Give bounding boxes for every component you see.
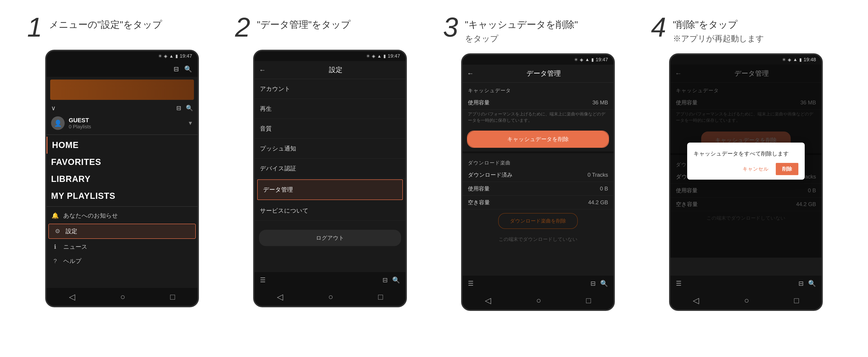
wifi-icon: ▲ — [169, 54, 174, 59]
cache-usage-row: 使用容量 36 MB — [463, 96, 614, 109]
search-icon[interactable]: 🔍 — [184, 65, 192, 73]
settings-item-data-highlighted[interactable]: データ管理 — [257, 180, 403, 200]
step-4-header: 4 "削除"をタップ ※アプリが再起動します — [651, 13, 841, 44]
clear-cache-button-wrapper[interactable]: キャッシュデータを削除 — [467, 131, 609, 148]
status-time: 19:47 — [180, 53, 192, 59]
screen3-content: ← データ管理 キャッシュデータ 使用容量 36 MB アプリのパフォーマンスを… — [463, 65, 614, 275]
dialog-overlay: キャッシュデータをすべて削除します キャンセル 削除 — [671, 65, 822, 258]
screen2-content: ← 設定 アカウント 再生 音質 プッシュ通知 — [254, 61, 405, 272]
step-4-number: 4 — [651, 13, 666, 41]
logout-button[interactable]: ログアウト — [259, 230, 401, 246]
bluetooth-icon-2: ✳ — [366, 53, 370, 59]
search-icon-4[interactable]: 🔍 — [600, 280, 608, 287]
signal-icon-3: ◈ — [580, 57, 583, 62]
section-divider — [463, 151, 614, 153]
clear-cache-button[interactable]: キャッシュデータを削除 — [467, 131, 609, 147]
step-3-column: 3 "キャッシュデータを削除" をタップ ✳ ◈ ▲ ▮ 19:47 — [434, 13, 642, 344]
menu-hamburger-icon-4[interactable]: ☰ — [676, 280, 682, 287]
recent-icon[interactable]: □ — [170, 292, 175, 302]
settings-item-data[interactable]: データ管理 — [258, 180, 402, 199]
search-icon-5[interactable]: 🔍 — [808, 280, 816, 287]
back-arrow-icon-3[interactable]: ← — [467, 70, 474, 77]
cast-icon-5[interactable]: ⊟ — [798, 280, 804, 287]
back-icon-4[interactable]: ◁ — [693, 296, 699, 305]
dialog-confirm-button[interactable]: 削除 — [776, 163, 798, 175]
menu-hamburger-icon-3[interactable]: ☰ — [468, 280, 473, 287]
status-bar-1: ✳ ◈ ▲ ▮ 19:47 — [46, 51, 197, 61]
cache-section-title: キャッシュデータ — [463, 83, 614, 96]
sub-item-help[interactable]: ? ヘルプ — [46, 254, 197, 268]
sub-item-notifications[interactable]: 🔔 あなたへのお知らせ — [46, 208, 197, 223]
screen3-bottom-bar: ☰ ⊟ 🔍 — [463, 275, 614, 291]
home-icon-4[interactable]: ○ — [744, 296, 749, 305]
status-bar-3: ✳ ◈ ▲ ▮ 19:47 — [463, 55, 614, 65]
home-icon-2[interactable]: ○ — [328, 292, 333, 302]
user-row: 👤 GUEST 0 Playlists ▼ — [46, 113, 197, 133]
step-3-title: "キャッシュデータを削除" — [465, 18, 578, 31]
sub-item-news[interactable]: ℹ ニュース — [46, 240, 197, 254]
step-4-column: 4 "削除"をタップ ※アプリが再起動します ✳ ◈ ▲ ▮ 19:48 — [642, 13, 850, 344]
recent-icon-3[interactable]: □ — [586, 296, 591, 305]
nav-item-home[interactable]: HOME — [46, 137, 197, 154]
home-icon[interactable]: ○ — [120, 292, 125, 302]
settings-item-device[interactable]: デバイス認証 — [254, 159, 405, 178]
screen1-dropdown-row: ∨ ⊟ 🔍 — [46, 103, 197, 113]
settings-item-playback[interactable]: 再生 — [254, 99, 405, 119]
back-icon-3[interactable]: ◁ — [485, 296, 491, 305]
bluetooth-icon-3: ✳ — [574, 57, 578, 62]
home-icon-3[interactable]: ○ — [536, 296, 541, 305]
cast-icon-3[interactable]: ⊟ — [382, 276, 388, 284]
sub-item-settings[interactable]: ⚙ 設定 — [49, 224, 195, 238]
signal-icon: ◈ — [164, 53, 167, 59]
cast-icon[interactable]: ⊟ — [174, 65, 179, 73]
nav-item-my-playlists[interactable]: MY PLAYLISTS — [46, 188, 197, 204]
cast-icon-4[interactable]: ⊟ — [590, 280, 596, 287]
nav-item-library[interactable]: LIBRARY — [46, 171, 197, 188]
info-icon: ℹ — [51, 244, 59, 250]
not-downloaded-text: この端末でダウンロードしていない — [463, 232, 614, 246]
search-icon-3[interactable]: 🔍 — [392, 276, 400, 284]
step-2-number: 2 — [235, 13, 250, 41]
recent-icon-2[interactable]: □ — [378, 292, 383, 302]
settings-item-service[interactable]: サービスについて — [254, 201, 405, 221]
user-name: GUEST — [69, 117, 184, 124]
free-space-row: 空き容量 44.2 GB — [463, 196, 614, 209]
settings-item-push[interactable]: プッシュ通知 — [254, 139, 405, 159]
nav-item-favorites[interactable]: FAVORITES — [46, 154, 197, 171]
screen4-bottom-bar: ☰ ⊟ 🔍 — [671, 275, 822, 291]
settings-screen-title: 設定 — [270, 65, 401, 74]
screen1-banner — [50, 79, 194, 100]
back-icon[interactable]: ◁ — [69, 292, 75, 302]
wifi-icon-2: ▲ — [377, 54, 381, 59]
recent-icon-4[interactable]: □ — [794, 296, 799, 305]
back-arrow-icon[interactable]: ← — [259, 66, 266, 74]
dialog-cancel-button[interactable]: キャンセル — [739, 163, 772, 175]
step-2-column: 2 "データ管理"をタップ ✳ ◈ ▲ ▮ 19:47 ← 設定 — [226, 13, 434, 344]
phone-mockup-2: ✳ ◈ ▲ ▮ 19:47 ← 設定 アカウント — [253, 50, 407, 307]
user-chevron-icon[interactable]: ▼ — [188, 120, 193, 126]
cast-icon-2[interactable]: ⊟ — [176, 105, 181, 111]
settings-item-account[interactable]: アカウント — [254, 79, 405, 99]
dialog-actions: キャンセル 削除 — [693, 163, 798, 175]
search-icon-2[interactable]: 🔍 — [186, 105, 193, 111]
back-icon-2[interactable]: ◁ — [277, 292, 283, 302]
screen1-top-bar: ⊟ 🔍 — [46, 61, 197, 77]
sub-item-settings-highlighted[interactable]: ⚙ 設定 — [49, 224, 196, 239]
step-1-header: 1 メニューの"設定"をタップ — [27, 13, 217, 41]
settings-item-quality[interactable]: 音質 — [254, 119, 405, 139]
wifi-icon-4: ▲ — [793, 57, 798, 62]
status-time-2: 19:47 — [388, 53, 400, 59]
battery-icon-4: ▮ — [799, 57, 802, 62]
battery-icon-2: ▮ — [383, 53, 386, 59]
screen1-content: ⊟ 🔍 ∨ ⊟ 🔍 👤 GUEST — [46, 61, 197, 288]
status-time-3: 19:47 — [596, 57, 608, 63]
screen4-content: ← データ管理 キャッシュデータ 使用容量 36 MB アプリのパフォーマンスを… — [671, 65, 822, 275]
dropdown-arrow[interactable]: ∨ — [51, 104, 56, 112]
user-playlists: 0 Playlists — [69, 124, 184, 130]
nav-bar-2: ◁ ○ □ — [254, 288, 405, 306]
downloaded-row: ダウンロード済み 0 Tracks — [463, 168, 614, 182]
phone-mockup-1: ✳ ◈ ▲ ▮ 19:47 ⊟ 🔍 ∨ — [45, 50, 199, 307]
bluetooth-icon-4: ✳ — [782, 57, 786, 62]
clear-download-button[interactable]: ダウンロード楽曲を削除 — [498, 213, 578, 229]
menu-hamburger-icon[interactable]: ☰ — [260, 276, 266, 284]
